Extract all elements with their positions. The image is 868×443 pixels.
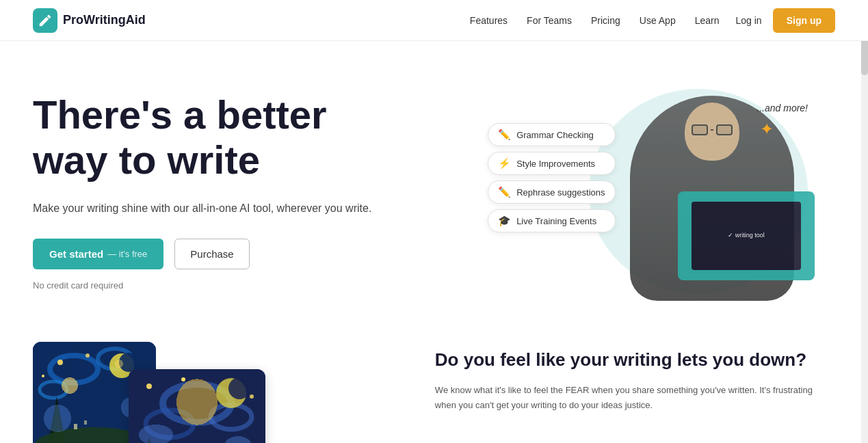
hero-title: There's a better way to write xyxy=(33,92,474,183)
svg-point-23 xyxy=(250,394,254,399)
nav-pricing[interactable]: Pricing xyxy=(591,15,620,26)
section2-title: Do you feel like your writing lets you d… xyxy=(435,349,835,372)
hero-left: There's a better way to write Make your … xyxy=(33,92,474,291)
svg-marker-10 xyxy=(47,397,67,443)
pill-training-label: Live Training Events xyxy=(516,216,596,226)
get-started-label: Get started xyxy=(49,248,103,260)
svg-point-17 xyxy=(146,410,194,438)
nav-features[interactable]: Features xyxy=(470,15,508,26)
pill-style-label: Style Improvements xyxy=(516,159,595,169)
scrollbar[interactable] xyxy=(861,0,868,443)
pill-grammar-label: Grammar Checking xyxy=(516,130,594,140)
hero-title-line1: There's a better xyxy=(33,92,327,137)
artwork-container: My idea in my head xyxy=(33,342,265,443)
laptop: ✓ writing tool xyxy=(678,191,815,280)
svg-marker-11 xyxy=(50,403,64,443)
svg-point-3 xyxy=(40,381,67,398)
navbar: ProWritingAid Features For Teams Pricing… xyxy=(0,0,868,41)
section2-right: Do you feel like your writing lets you d… xyxy=(435,342,835,413)
logo-icon xyxy=(33,8,57,33)
nav-for-teams[interactable]: For Teams xyxy=(527,15,572,26)
svg-point-22 xyxy=(181,377,185,381)
brand-logo[interactable]: ProWritingAid xyxy=(33,8,146,33)
svg-marker-25 xyxy=(135,438,166,443)
section2: My idea in my head Do you feel like your… xyxy=(0,328,868,443)
person-glasses xyxy=(692,124,733,135)
hero-subtitle: Make your writing shine with our all-in-… xyxy=(33,200,474,217)
logo-svg xyxy=(38,13,53,28)
no-credit-card-text: No credit card required xyxy=(33,280,474,291)
nav-login[interactable]: Log in xyxy=(736,15,762,26)
svg-rect-15 xyxy=(129,369,265,443)
laptop-screen: ✓ writing tool xyxy=(692,202,801,270)
nav-learn[interactable]: Learn xyxy=(695,15,720,26)
get-started-button[interactable]: Get started — it's free xyxy=(33,239,163,269)
svg-point-7 xyxy=(86,353,90,358)
brand-name: ProWritingAid xyxy=(63,13,146,27)
purchase-button[interactable]: Purchase xyxy=(174,239,249,269)
svg-point-9 xyxy=(42,375,44,377)
rephrase-icon: ✏️ xyxy=(498,186,511,198)
section2-artwork: My idea in my head xyxy=(33,342,394,443)
artwork-card2: My idea in my head xyxy=(129,369,265,443)
pill-grammar: ✏️ Grammar Checking xyxy=(488,123,615,146)
svg-point-20 xyxy=(228,377,250,399)
style-icon: ⚡ xyxy=(498,157,511,170)
svg-point-6 xyxy=(57,360,63,365)
nav-links: Features For Teams Pricing Use App Learn xyxy=(470,14,720,27)
free-tag: — it's free xyxy=(107,249,147,259)
section2-text: We know what it's like to feel the FEAR … xyxy=(435,383,835,413)
grammar-icon: ✏️ xyxy=(498,129,511,141)
second-painting-svg xyxy=(129,369,265,443)
hero-actions: Get started — it's free Purchase xyxy=(33,239,474,269)
nav-use-app[interactable]: Use App xyxy=(640,15,676,26)
svg-point-1 xyxy=(50,355,98,383)
hero-title-line2: way to write xyxy=(33,137,260,182)
svg-point-16 xyxy=(163,384,231,422)
training-icon: 🎓 xyxy=(498,215,511,227)
svg-point-21 xyxy=(146,384,152,389)
svg-point-18 xyxy=(211,405,252,429)
pill-training: 🎓 Live Training Events xyxy=(488,209,615,232)
svg-rect-13 xyxy=(74,424,77,429)
pill-rephrase-label: Rephrase suggestions xyxy=(516,187,605,198)
hero-right: ✓ writing tool ✏️ Grammar Checking ⚡ Sty… xyxy=(474,82,835,301)
pill-rephrase: ✏️ Rephrase suggestions xyxy=(488,180,615,204)
svg-point-19 xyxy=(216,378,246,408)
feature-pills: ✏️ Grammar Checking ⚡ Style Improvements… xyxy=(488,123,615,232)
svg-point-2 xyxy=(98,349,132,369)
hero-section: There's a better way to write Make your … xyxy=(0,41,868,328)
more-label: ...and more! xyxy=(757,103,808,113)
svg-rect-14 xyxy=(84,420,87,425)
pill-style: ⚡ Style Improvements xyxy=(488,152,615,175)
signup-button[interactable]: Sign up xyxy=(773,8,835,33)
star-decoration: ✦ xyxy=(760,120,774,139)
